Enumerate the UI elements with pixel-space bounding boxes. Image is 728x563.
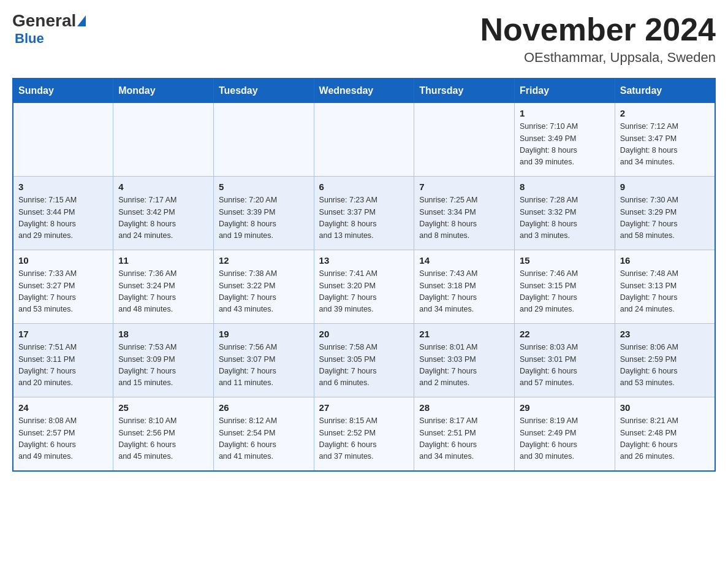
day-number: 7 xyxy=(419,182,509,192)
day-info: Sunrise: 8:12 AM Sunset: 2:54 PM Dayligh… xyxy=(219,415,309,463)
calendar-cell: 9Sunrise: 7:30 AM Sunset: 3:29 PM Daylig… xyxy=(615,177,715,250)
calendar-cell: 19Sunrise: 7:56 AM Sunset: 3:07 PM Dayli… xyxy=(213,324,314,397)
day-info: Sunrise: 7:20 AM Sunset: 3:39 PM Dayligh… xyxy=(219,194,309,242)
day-info: Sunrise: 8:21 AM Sunset: 2:48 PM Dayligh… xyxy=(620,415,710,463)
day-info: Sunrise: 7:30 AM Sunset: 3:29 PM Dayligh… xyxy=(620,194,710,242)
day-info: Sunrise: 8:08 AM Sunset: 2:57 PM Dayligh… xyxy=(18,415,108,463)
calendar-cell: 21Sunrise: 8:01 AM Sunset: 3:03 PM Dayli… xyxy=(414,324,515,397)
day-info: Sunrise: 7:48 AM Sunset: 3:13 PM Dayligh… xyxy=(620,268,710,316)
calendar-cell: 20Sunrise: 7:58 AM Sunset: 3:05 PM Dayli… xyxy=(314,324,414,397)
day-number: 10 xyxy=(18,255,108,266)
day-number: 3 xyxy=(18,182,108,192)
calendar-cell: 25Sunrise: 8:10 AM Sunset: 2:56 PM Dayli… xyxy=(113,397,214,471)
calendar-cell: 12Sunrise: 7:38 AM Sunset: 3:22 PM Dayli… xyxy=(213,250,314,324)
calendar-cell: 30Sunrise: 8:21 AM Sunset: 2:48 PM Dayli… xyxy=(615,397,715,471)
title-area: November 2024 OEsthammar, Uppsala, Swede… xyxy=(480,12,716,66)
calendar-cell xyxy=(13,103,113,177)
calendar-cell xyxy=(314,103,414,177)
week-row-3: 10Sunrise: 7:33 AM Sunset: 3:27 PM Dayli… xyxy=(13,250,715,324)
day-number: 6 xyxy=(319,182,409,192)
weekday-header-row: SundayMondayTuesdayWednesdayThursdayFrid… xyxy=(13,79,715,103)
day-number: 29 xyxy=(520,402,610,413)
day-info: Sunrise: 7:53 AM Sunset: 3:09 PM Dayligh… xyxy=(118,342,208,389)
day-info: Sunrise: 7:12 AM Sunset: 3:47 PM Dayligh… xyxy=(620,121,710,169)
day-info: Sunrise: 7:33 AM Sunset: 3:27 PM Dayligh… xyxy=(18,268,108,316)
day-number: 25 xyxy=(118,402,208,413)
calendar-cell xyxy=(213,103,314,177)
calendar-cell: 11Sunrise: 7:36 AM Sunset: 3:24 PM Dayli… xyxy=(113,250,214,324)
day-number: 17 xyxy=(18,329,108,339)
month-title: November 2024 xyxy=(480,12,716,47)
day-number: 15 xyxy=(520,255,610,266)
logo-blue-text: Blue xyxy=(15,31,44,47)
day-number: 8 xyxy=(520,182,610,192)
calendar-cell: 22Sunrise: 8:03 AM Sunset: 3:01 PM Dayli… xyxy=(515,324,615,397)
weekday-header-wednesday: Wednesday xyxy=(314,79,414,103)
day-info: Sunrise: 7:28 AM Sunset: 3:32 PM Dayligh… xyxy=(520,194,610,242)
day-number: 23 xyxy=(620,329,710,339)
day-number: 16 xyxy=(620,255,710,266)
calendar-cell: 10Sunrise: 7:33 AM Sunset: 3:27 PM Dayli… xyxy=(13,250,113,324)
calendar-cell: 28Sunrise: 8:17 AM Sunset: 2:51 PM Dayli… xyxy=(414,397,515,471)
calendar-cell: 16Sunrise: 7:48 AM Sunset: 3:13 PM Dayli… xyxy=(615,250,715,324)
day-info: Sunrise: 8:01 AM Sunset: 3:03 PM Dayligh… xyxy=(419,342,509,389)
day-number: 9 xyxy=(620,182,710,192)
weekday-header-tuesday: Tuesday xyxy=(213,79,314,103)
day-info: Sunrise: 8:17 AM Sunset: 2:51 PM Dayligh… xyxy=(419,415,509,463)
location-subtitle: OEsthammar, Uppsala, Sweden xyxy=(480,50,716,66)
day-info: Sunrise: 8:15 AM Sunset: 2:52 PM Dayligh… xyxy=(319,415,409,463)
day-number: 20 xyxy=(319,329,409,339)
day-info: Sunrise: 7:56 AM Sunset: 3:07 PM Dayligh… xyxy=(219,342,309,389)
day-number: 28 xyxy=(419,402,509,413)
calendar-cell xyxy=(113,103,214,177)
day-number: 2 xyxy=(620,108,710,118)
day-info: Sunrise: 7:41 AM Sunset: 3:20 PM Dayligh… xyxy=(319,268,409,316)
day-number: 13 xyxy=(319,255,409,266)
day-info: Sunrise: 7:10 AM Sunset: 3:49 PM Dayligh… xyxy=(520,121,610,169)
weekday-header-sunday: Sunday xyxy=(13,79,113,103)
day-info: Sunrise: 7:36 AM Sunset: 3:24 PM Dayligh… xyxy=(118,268,208,316)
day-number: 24 xyxy=(18,402,108,413)
day-info: Sunrise: 8:03 AM Sunset: 3:01 PM Dayligh… xyxy=(520,342,610,389)
day-number: 14 xyxy=(419,255,509,266)
day-number: 26 xyxy=(219,402,309,413)
day-info: Sunrise: 8:19 AM Sunset: 2:49 PM Dayligh… xyxy=(520,415,610,463)
day-info: Sunrise: 7:15 AM Sunset: 3:44 PM Dayligh… xyxy=(18,194,108,242)
logo-general-text: General xyxy=(12,12,76,29)
day-info: Sunrise: 7:51 AM Sunset: 3:11 PM Dayligh… xyxy=(18,342,108,389)
week-row-2: 3Sunrise: 7:15 AM Sunset: 3:44 PM Daylig… xyxy=(13,177,715,250)
calendar-cell: 17Sunrise: 7:51 AM Sunset: 3:11 PM Dayli… xyxy=(13,324,113,397)
week-row-4: 17Sunrise: 7:51 AM Sunset: 3:11 PM Dayli… xyxy=(13,324,715,397)
day-info: Sunrise: 7:25 AM Sunset: 3:34 PM Dayligh… xyxy=(419,194,509,242)
logo-triangle-icon xyxy=(77,15,86,26)
calendar-cell: 23Sunrise: 8:06 AM Sunset: 2:59 PM Dayli… xyxy=(615,324,715,397)
week-row-5: 24Sunrise: 8:08 AM Sunset: 2:57 PM Dayli… xyxy=(13,397,715,471)
header: General Blue November 2024 OEsthammar, U… xyxy=(12,12,716,66)
calendar-cell: 6Sunrise: 7:23 AM Sunset: 3:37 PM Daylig… xyxy=(314,177,414,250)
logo: General Blue xyxy=(12,12,86,47)
day-info: Sunrise: 7:58 AM Sunset: 3:05 PM Dayligh… xyxy=(319,342,409,389)
calendar-cell: 13Sunrise: 7:41 AM Sunset: 3:20 PM Dayli… xyxy=(314,250,414,324)
calendar-table: SundayMondayTuesdayWednesdayThursdayFrid… xyxy=(12,78,716,472)
day-info: Sunrise: 7:17 AM Sunset: 3:42 PM Dayligh… xyxy=(118,194,208,242)
weekday-header-monday: Monday xyxy=(113,79,214,103)
day-number: 5 xyxy=(219,182,309,192)
weekday-header-friday: Friday xyxy=(515,79,615,103)
day-number: 1 xyxy=(520,108,610,118)
day-info: Sunrise: 7:43 AM Sunset: 3:18 PM Dayligh… xyxy=(419,268,509,316)
calendar-cell: 7Sunrise: 7:25 AM Sunset: 3:34 PM Daylig… xyxy=(414,177,515,250)
day-number: 22 xyxy=(520,329,610,339)
weekday-header-saturday: Saturday xyxy=(615,79,715,103)
day-number: 27 xyxy=(319,402,409,413)
day-info: Sunrise: 7:46 AM Sunset: 3:15 PM Dayligh… xyxy=(520,268,610,316)
day-number: 19 xyxy=(219,329,309,339)
calendar-cell: 1Sunrise: 7:10 AM Sunset: 3:49 PM Daylig… xyxy=(515,103,615,177)
calendar-cell: 4Sunrise: 7:17 AM Sunset: 3:42 PM Daylig… xyxy=(113,177,214,250)
day-info: Sunrise: 7:23 AM Sunset: 3:37 PM Dayligh… xyxy=(319,194,409,242)
weekday-header-thursday: Thursday xyxy=(414,79,515,103)
day-number: 11 xyxy=(118,255,208,266)
calendar-cell: 14Sunrise: 7:43 AM Sunset: 3:18 PM Dayli… xyxy=(414,250,515,324)
day-number: 12 xyxy=(219,255,309,266)
day-number: 30 xyxy=(620,402,710,413)
calendar-cell: 18Sunrise: 7:53 AM Sunset: 3:09 PM Dayli… xyxy=(113,324,214,397)
